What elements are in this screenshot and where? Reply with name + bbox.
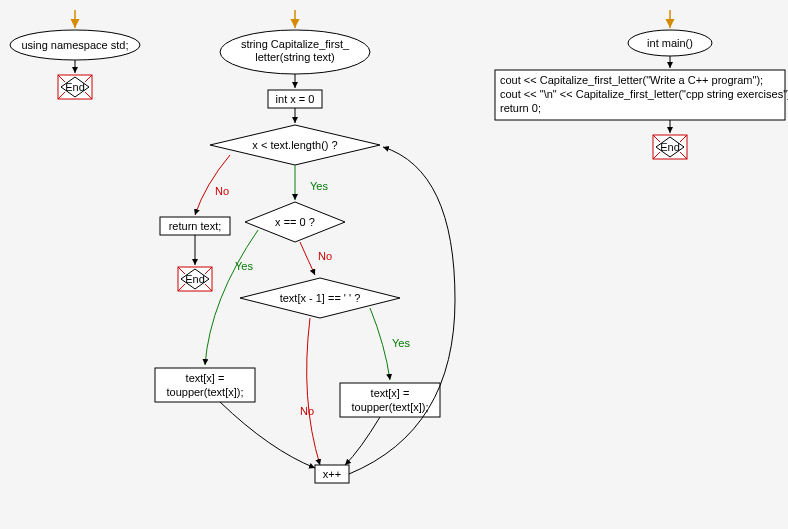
end-node: End [178,267,212,291]
code-line2: cout << "\n" << Capitalize_first_letter(… [500,88,788,100]
process-label-line2: toupper(text[x]); [351,401,428,413]
terminator-label: int main() [647,37,693,49]
loopback-line [349,147,455,474]
edge-yes [370,308,390,380]
end-label: End [65,81,85,93]
terminator-label-line1: string Capitalize_first_ [241,38,350,50]
process-label-line1: text[x] = [186,372,225,384]
decision-label: x == 0 ? [275,216,315,228]
process-label-line1: text[x] = [371,387,410,399]
edge-label-no: No [215,185,229,197]
edge-label-yes: Yes [392,337,410,349]
process-label: int x = 0 [276,93,315,105]
edge-label-yes: Yes [310,180,328,192]
edge-no [307,318,320,465]
end-node: End [58,75,92,99]
edge-label-no: No [318,250,332,262]
connector-line [345,417,380,465]
process-label: return text; [169,220,222,232]
edge-no [300,242,315,275]
capitalize-subchart: string Capitalize_first_ letter(string t… [155,10,455,483]
flowchart-canvas: using namespace std; End string Capitali… [0,0,788,529]
code-line1: cout << Capitalize_first_letter("Write a… [500,74,763,86]
edge-label-yes: Yes [235,260,253,272]
namespace-subchart: using namespace std; End [10,10,140,99]
code-line3: return 0; [500,102,541,114]
terminator-label: using namespace std; [21,39,128,51]
main-subchart: int main() cout << Capitalize_first_lett… [495,10,788,159]
end-label: End [660,141,680,153]
process-label-line2: toupper(text[x]); [166,386,243,398]
terminator-label-line2: letter(string text) [255,51,334,63]
end-node: End [653,135,687,159]
decision-label: x < text.length() ? [252,139,337,151]
decision-label: text[x - 1] == ' ' ? [280,292,361,304]
process-label: x++ [323,468,341,480]
edge-label-no: No [300,405,314,417]
end-label: End [185,273,205,285]
